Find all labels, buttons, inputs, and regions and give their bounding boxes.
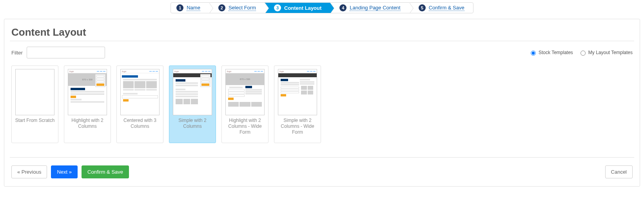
template-grid: Start From Scratch logo 870 x 330 Highli…: [10, 64, 634, 155]
template-thumbnail: logo: [278, 69, 317, 115]
template-thumbnail: logo: [120, 69, 160, 115]
radio-stock-label: Stock Templates: [539, 50, 573, 55]
step-number: 3: [274, 4, 281, 11]
page-title: Content Layout: [11, 26, 634, 38]
previous-button[interactable]: « Previous: [11, 165, 47, 178]
wizard-step-landing-page-content[interactable]: 4 Landing Page Content: [330, 3, 409, 13]
template-thumbnail: logo 870 x 330: [68, 69, 107, 115]
content-layout-panel: Content Layout Filter Stock Templates My…: [4, 19, 640, 187]
filter-input[interactable]: [27, 47, 105, 58]
divider: [10, 41, 634, 41]
divider: [10, 157, 634, 158]
confirm-save-button[interactable]: Confirm & Save: [82, 165, 129, 178]
template-caption: Highlight with 2 Columns - Wide Form: [225, 118, 265, 135]
step-number: 2: [218, 4, 225, 11]
template-caption: Simple with 2 Columns - Wide Form: [278, 118, 317, 135]
template-card-simple-2-columns-wide-form[interactable]: logo: [274, 65, 321, 143]
wizard-step-confirm-save[interactable]: 5 Confirm & Save: [409, 3, 473, 13]
radio-stock-templates-input[interactable]: [531, 51, 536, 56]
template-thumbnail: logo 870 x 330: [225, 69, 265, 115]
step-label[interactable]: Name: [187, 5, 200, 11]
cancel-button[interactable]: Cancel: [605, 165, 633, 178]
template-card-simple-2-columns[interactable]: logo Simple with 2 Columns: [169, 65, 216, 143]
template-caption: Highlight with 2 Columns: [67, 118, 107, 129]
step-number: 5: [419, 4, 426, 11]
step-label[interactable]: Landing Page Content: [350, 5, 400, 11]
radio-my-layout-templates[interactable]: My Layout Templates: [579, 49, 633, 56]
template-card-highlight-2-columns-wide-form[interactable]: logo 870 x 330: [221, 65, 268, 143]
radio-my-layout-templates-input[interactable]: [581, 51, 586, 56]
step-number: 4: [339, 4, 346, 11]
radio-mine-label: My Layout Templates: [588, 50, 633, 55]
wizard-step-select-form[interactable]: 2 Select Form: [209, 3, 265, 13]
filter-label: Filter: [11, 50, 23, 56]
template-caption: Start From Scratch: [15, 118, 55, 123]
template-card-start-from-scratch[interactable]: Start From Scratch: [11, 65, 58, 143]
wizard-step-content-layout[interactable]: 3 Content Layout: [265, 3, 330, 13]
step-label[interactable]: Select Form: [229, 5, 256, 11]
next-button[interactable]: Next »: [51, 165, 78, 178]
template-thumbnail: logo: [173, 69, 212, 115]
wizard-step-name[interactable]: 1 Name: [171, 3, 209, 13]
step-label[interactable]: Confirm & Save: [429, 5, 464, 11]
template-caption: Centered with 3 Columns: [120, 118, 160, 129]
step-label: Content Layout: [284, 5, 321, 11]
wizard-steps: 1 Name 2 Select Form 3 Content Layout 4 …: [171, 2, 473, 13]
template-caption: Simple with 2 Columns: [172, 118, 212, 129]
template-card-centered-3-columns[interactable]: logo Centered with 3 Columns: [116, 65, 163, 143]
template-card-highlight-2-columns[interactable]: logo 870 x 330 Highlight with 2 Columns: [64, 65, 111, 143]
radio-stock-templates[interactable]: Stock Templates: [529, 49, 573, 56]
step-number: 1: [176, 4, 183, 11]
template-thumbnail: [15, 69, 54, 115]
